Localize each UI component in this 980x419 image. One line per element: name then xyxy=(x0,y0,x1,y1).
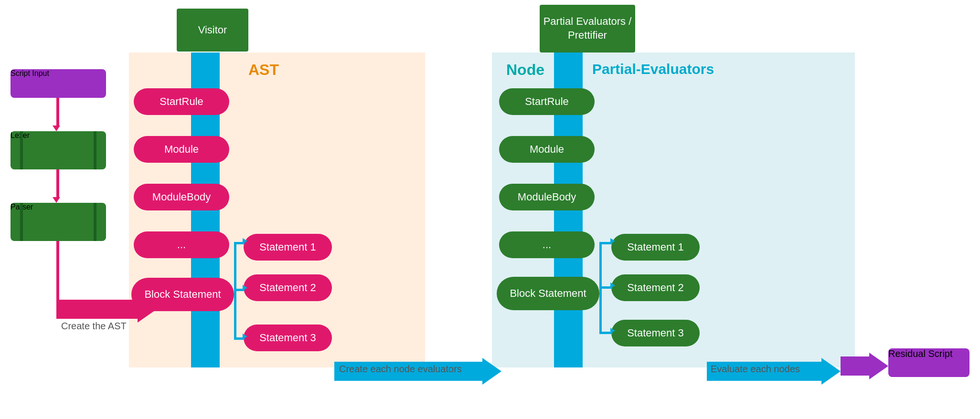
parser-line2 xyxy=(94,203,96,241)
create-evaluators-head xyxy=(482,358,501,385)
visitor-label: Visitor xyxy=(198,24,227,36)
arr-dots-bs2 xyxy=(569,258,572,277)
ast-module-body: ModuleBody xyxy=(134,184,229,210)
node-statement1: Statement 1 xyxy=(611,234,700,261)
node-statement3: Statement 3 xyxy=(611,320,700,346)
diagram: Visitor Partial Evaluators / Prettifier … xyxy=(0,0,980,419)
evaluate-nodes-head xyxy=(821,358,841,385)
arr-modb-dots2 xyxy=(569,210,572,230)
partial-evaluators-label: Partial Evaluators / Prettifier xyxy=(543,15,632,42)
arrow-lexer-parser xyxy=(56,169,59,198)
lexer-node: Lexer xyxy=(11,131,106,169)
arr-bs-s3-v xyxy=(234,289,236,339)
residual-script-label: Residual Script xyxy=(888,348,953,359)
residual-script-arrow xyxy=(841,353,888,379)
ast-dots: ... xyxy=(134,231,229,258)
ah-bs-s2 xyxy=(243,285,247,291)
create-ast-body xyxy=(56,300,138,319)
arrow-parser-down xyxy=(56,241,59,303)
residual-script-node: Residual Script xyxy=(888,348,969,377)
node-label: Node xyxy=(506,61,544,79)
ast-statement2: Statement 2 xyxy=(244,274,332,301)
residual-body xyxy=(841,356,869,376)
ah-nbs-s1 xyxy=(610,238,615,244)
arrowhead-script-lexer xyxy=(53,126,60,131)
ast-module: Module xyxy=(134,136,229,163)
arrowhead-lexer-parser xyxy=(53,197,60,203)
ah-bs-s1 xyxy=(243,238,247,244)
node-start-rule: StartRule xyxy=(499,88,595,115)
ast-statement1: Statement 1 xyxy=(244,234,332,261)
ah-nbs-s3 xyxy=(610,328,615,334)
ast-label: AST xyxy=(248,61,279,79)
node-block-statement: Block Statement xyxy=(497,277,599,310)
ast-start-rule: StartRule xyxy=(134,88,229,115)
node-module: Module xyxy=(499,136,595,163)
residual-head xyxy=(869,353,888,379)
parser-node: Parser xyxy=(11,203,106,241)
create-ast-label: Create the AST xyxy=(61,321,127,332)
script-input-node: Script Input xyxy=(11,69,106,98)
node-dots: ... xyxy=(499,231,595,258)
partial-evaluators-section-label: Partial-Evaluators xyxy=(592,61,714,77)
ah-bs-s3 xyxy=(243,334,247,339)
arr-modb-dots1 xyxy=(203,210,206,230)
arr-nbs-s1-v xyxy=(599,242,602,292)
evaluate-nodes-label: Evaluate each nodes xyxy=(711,364,800,375)
arr-nbs-s3-v xyxy=(599,286,602,333)
arr-sr-mod2 xyxy=(569,115,572,134)
script-input-label: Script Input xyxy=(11,69,49,77)
arr-mod-modb2 xyxy=(569,163,572,182)
visitor-box: Visitor xyxy=(177,9,248,52)
arr-sr-mod1 xyxy=(203,115,206,134)
node-module-body: ModuleBody xyxy=(499,184,595,210)
arr-mod-modb1 xyxy=(203,163,206,182)
ast-block-statement: Block Statement xyxy=(131,278,234,311)
lexer-line2 xyxy=(94,131,96,169)
lexer-line1 xyxy=(20,131,23,169)
arr-dots-bs1 xyxy=(203,258,206,277)
ah-nbs-s2 xyxy=(610,283,615,288)
parser-line1 xyxy=(20,203,23,241)
create-evaluators-label: Create each node evaluators xyxy=(339,364,462,375)
ast-statement3: Statement 3 xyxy=(244,325,332,351)
partial-evaluators-box: Partial Evaluators / Prettifier xyxy=(540,5,635,52)
arrow-script-lexer xyxy=(56,98,59,126)
node-statement2: Statement 2 xyxy=(611,274,700,301)
